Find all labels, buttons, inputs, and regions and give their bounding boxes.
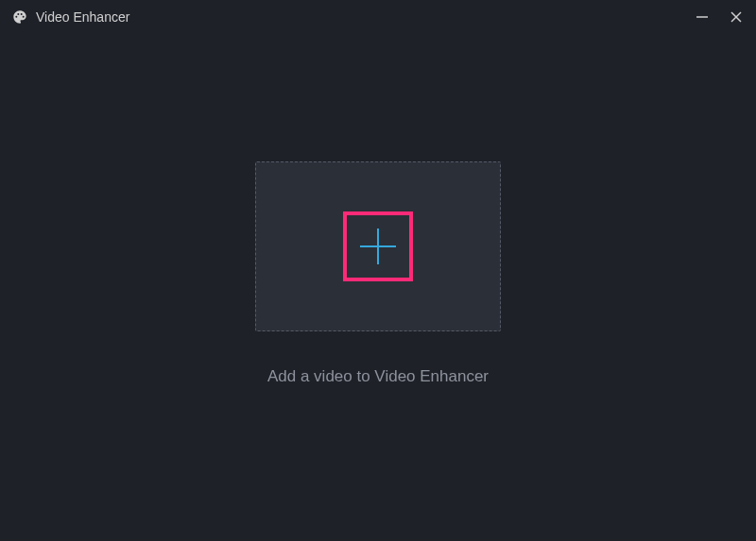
minimize-button[interactable]: [694, 8, 711, 25]
close-button[interactable]: [728, 8, 745, 25]
svg-point-1: [17, 13, 19, 15]
video-drop-zone[interactable]: [255, 161, 501, 331]
window-controls: [694, 8, 745, 25]
minimize-icon: [695, 9, 710, 25]
svg-point-0: [15, 16, 17, 18]
palette-icon: [11, 8, 28, 25]
main-content: Add a video to Video Enhancer: [0, 34, 756, 541]
app-title: Video Enhancer: [36, 9, 129, 25]
svg-point-2: [21, 13, 23, 15]
plus-icon: [347, 215, 409, 278]
instruction-text: Add a video to Video Enhancer: [267, 367, 489, 386]
title-bar: Video Enhancer: [0, 0, 756, 34]
svg-point-3: [23, 16, 25, 18]
add-video-button[interactable]: [343, 211, 413, 281]
close-icon: [729, 9, 744, 25]
